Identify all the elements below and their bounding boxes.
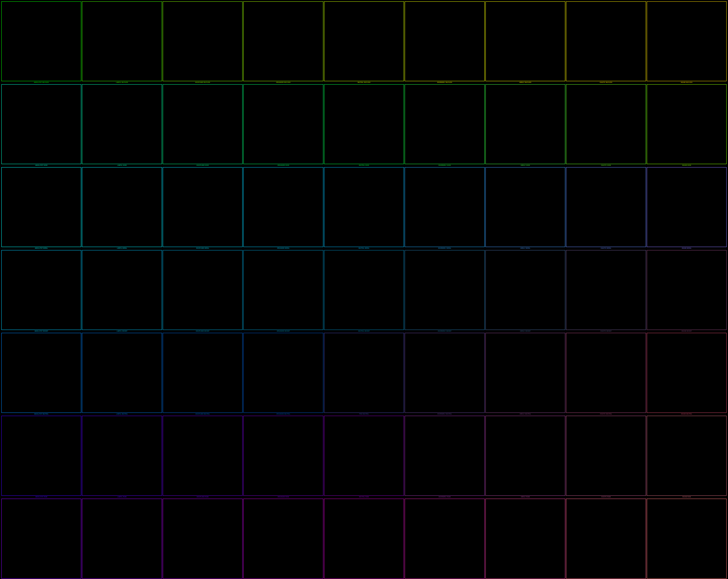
alignment-cell: LAWFUL MORAL [82,167,162,249]
alignment-label: DISORDERLY NEUTRAL [437,413,452,415]
alignment-box [647,416,727,496]
alignment-cell: CHAOTIC MORAL [566,167,646,249]
alignment-label: DISORDERLY RUDE [439,496,451,498]
alignment-box [163,84,243,164]
alignment-label: LAWFUL MORAL [117,248,127,249]
alignment-label: NEUTRAL SELFLESS [358,82,370,83]
alignment-label: UNRULY NEUTRAL [520,413,531,415]
alignment-cell: ABSOLUTIST IMPURE [1,499,81,579]
alignment-cell: DISORDERLY NEUTRAL [405,333,485,415]
alignment-cell: INSANE IMPURE [647,499,727,579]
alignment-box [163,416,243,496]
alignment-box [405,499,485,579]
alignment-label: ABSOLUTIST GOOD [35,165,48,166]
alignment-cell: NEUTRAL GOOD [324,84,404,166]
alignment-cell: CHAOTIC SELFLESS [566,1,646,84]
alignment-cell: LAWFUL SELFLESS [82,1,162,84]
alignment-box [485,250,565,330]
alignment-cell: DISORDERLY IMPURE [405,499,485,579]
alignment-label: LAWFUL NEUTRAL [116,413,128,415]
alignment-cell: ABSOLUTIST GOOD [1,84,81,166]
alignment-cell: ABSOLUTIST NEUTRAL [1,333,81,415]
alignment-box [1,84,81,164]
alignment-label: UNRULY RUDE [521,496,530,498]
alignment-box [324,1,404,81]
alignment-box [647,333,727,413]
alignment-box [82,84,162,164]
alignment-box [324,167,404,247]
alignment-cell: DISCIPLINED MORAL [163,167,243,249]
alignment-cell: INSANE SELFLESS [647,1,727,84]
alignment-box [566,333,646,413]
alignment-box [647,167,727,247]
alignment-label: ABSOLUTIST MORAL [35,248,48,249]
alignment-box [243,499,323,579]
alignment-label: INSANE SELFLESS [681,82,693,83]
alignment-box [485,167,565,247]
alignment-box [566,250,646,330]
alignment-cell: LAWFUL IMPURE [82,499,162,579]
alignment-box [324,333,404,413]
alignment-cell: DISORDERLY MORAL [405,167,485,249]
alignment-box [566,1,646,81]
alignment-cell: DISCIPLINED DECENT [163,250,243,332]
alignment-box [485,1,565,81]
alignment-grid: ABSOLUTIST SELFLESSLAWFUL SELFLESSDISCIP… [1,1,727,579]
alignment-label: CHAOTIC MORAL [601,248,611,249]
alignment-cell: DISCIPLINED NEUTRAL [163,333,243,415]
alignment-cell: CHAOTIC RUDE [566,416,646,498]
alignment-cell: NEUTRAL DECENT [324,250,404,332]
alignment-box [1,250,81,330]
alignment-label: DISORDERLY GOOD [439,165,451,166]
alignment-label: ORGANIZED MORAL [277,248,289,249]
alignment-label: CHAOTIC DECENT [600,330,612,332]
alignment-cell: INSANE NEUTRAL [647,333,727,415]
alignment-label: INSANE DECENT [681,330,692,332]
alignment-cell: CHAOTIC IMPURE [566,499,646,579]
alignment-cell: ABSOLUTIST SELFLESS [1,1,81,84]
alignment-label: ORGANIZED DECENT [277,330,290,332]
alignment-box [647,250,727,330]
alignment-cell: UNRULY SELFLESS [485,1,565,84]
alignment-label: NEUTRAL RUDE [359,496,369,498]
alignment-cell: DISORDERLY SELFLESS [405,1,485,84]
alignment-box [243,167,323,247]
alignment-box [163,250,243,330]
alignment-cell: ORGANIZED SELFLESS [243,1,323,84]
alignment-label: DISORDERLY DECENT [438,330,451,332]
alignment-cell: DISCIPLINED SELFLESS [163,1,243,84]
alignment-label: CHAOTIC RUDE [601,496,611,498]
alignment-box [566,167,646,247]
alignment-box [566,416,646,496]
alignment-label: LAWFUL DECENT [117,330,127,332]
alignment-box [485,333,565,413]
alignment-cell: NEUTRAL RUDE [324,416,404,498]
alignment-label: DISORDERLY MORAL [438,248,451,249]
alignment-label: ORGANIZED SELFLESS [276,82,291,83]
alignment-label: INSANE MORAL [682,248,692,249]
alignment-label: INSANE RUDE [682,496,691,498]
alignment-label: ORGANIZED RUDE [278,496,289,498]
alignment-cell: LAWFUL RUDE [82,416,162,498]
alignment-cell: DISCIPLINED GOOD [163,84,243,166]
alignment-label: ORGANIZED GOOD [278,165,289,166]
alignment-box [405,84,485,164]
alignment-label: ABSOLUTIST RUDE [35,496,47,498]
alignment-box [324,250,404,330]
alignment-cell: INSANE MORAL [647,167,727,249]
alignment-box [485,84,565,164]
alignment-cell: ABSOLUTIST DECENT [1,250,81,332]
alignment-label: UNRULY SELFLESS [519,82,531,83]
alignment-box [405,1,485,81]
alignment-box [163,499,243,579]
alignment-cell: UNRULY IMPURE [485,499,565,579]
alignment-cell: INSANE DECENT [647,250,727,332]
alignment-box [82,167,162,247]
alignment-box [163,333,243,413]
alignment-box [647,84,727,164]
alignment-box [405,167,485,247]
alignment-cell: DISCIPLINED IMPURE [163,499,243,579]
alignment-label: DISCIPLINED RUDE [197,496,209,498]
alignment-label: TRUE NEUTRAL [359,413,369,415]
alignment-cell: DISORDERLY GOOD [405,84,485,166]
